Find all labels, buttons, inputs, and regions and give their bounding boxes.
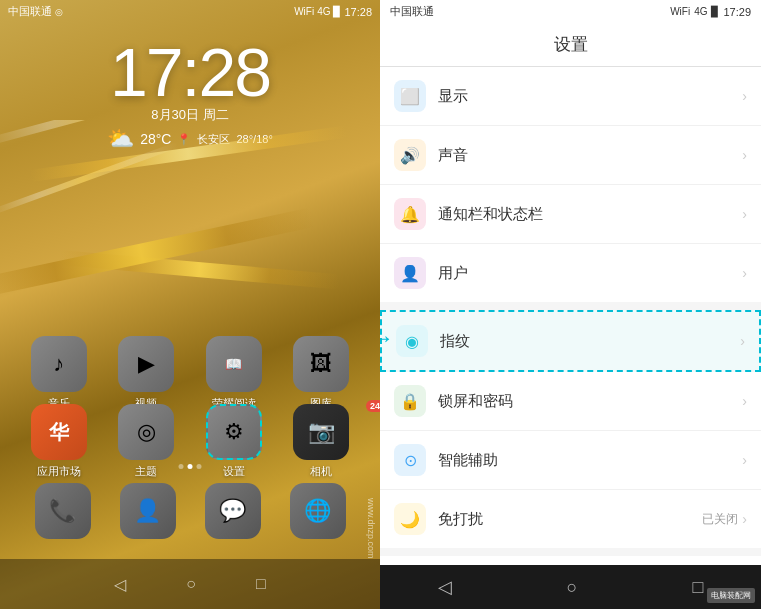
app-camera[interactable]: 📷 相机 xyxy=(283,404,361,479)
theme-icon: ◎ xyxy=(118,404,174,460)
lockscreen-icon: 🔒 xyxy=(394,385,426,417)
left-nav-bar: ◁ ○ □ xyxy=(0,559,380,609)
watermark: www.dnzp.com xyxy=(366,498,376,559)
app-settings[interactable]: ⚙ 设置 xyxy=(195,404,273,479)
settings-icon: ⚙ xyxy=(206,404,262,460)
battery-icon: ▉ xyxy=(333,6,341,17)
settings-item-dnd[interactable]: 🌙 免打扰 已关闭 › xyxy=(380,490,761,548)
right-status-icons: WiFi 4G ▉ 17:29 xyxy=(670,6,751,18)
right-time: 17:29 xyxy=(723,6,751,18)
gallery-icon: 🖼 xyxy=(293,336,349,392)
notification-label: 通知栏和状态栏 xyxy=(438,205,742,224)
theme-label: 主题 xyxy=(135,464,157,479)
page-indicators xyxy=(179,464,202,469)
left-carrier: 中国联通 ◎ xyxy=(8,4,63,19)
back-button[interactable]: ◁ xyxy=(114,575,126,594)
dock-contacts[interactable]: 👤 xyxy=(105,483,190,539)
settings-item-lockscreen[interactable]: 🔒 锁屏和密码 › xyxy=(380,372,761,431)
left-carrier-icon: ◎ xyxy=(55,7,63,17)
dnd-label: 免打扰 xyxy=(438,510,702,529)
chevron-lockscreen: › xyxy=(742,393,747,409)
arrow-indicator: → xyxy=(380,324,394,352)
settings-item-sound[interactable]: 🔊 声音 › xyxy=(380,126,761,185)
recent-button[interactable]: □ xyxy=(256,575,266,593)
app-grid-row1: ♪ 音乐 ▶ 视频 📖 荣耀阅读 🖼 图库 xyxy=(0,336,380,411)
sound-icon: 🔊 xyxy=(394,139,426,171)
dock-phone[interactable]: 📞 xyxy=(20,483,105,539)
browser-icon: 🌐 xyxy=(290,483,346,539)
settings-group-security: → ◉ 指纹 › 🔒 锁屏和密码 › ⊙ 智能辅助 › 🌙 免打扰 已关闭 › xyxy=(380,310,761,548)
chevron-user: › xyxy=(742,265,747,281)
settings-item-user[interactable]: 👤 用户 › xyxy=(380,244,761,302)
dot-1 xyxy=(179,464,184,469)
settings-group-display: ⬜ 显示 › 🔊 声音 › 🔔 通知栏和状态栏 › 👤 用户 › xyxy=(380,67,761,302)
user-label: 用户 xyxy=(438,264,742,283)
right-wifi-icon: WiFi xyxy=(670,6,690,17)
home-button[interactable]: ○ xyxy=(186,575,196,593)
settings-item-assist[interactable]: ⊙ 智能辅助 › xyxy=(380,431,761,490)
brand-watermark: 电脑装配网 xyxy=(707,588,755,603)
market-icon: 华 xyxy=(31,404,87,460)
settings-item-display[interactable]: ⬜ 显示 › xyxy=(380,67,761,126)
right-signal-icon: 4G xyxy=(694,6,707,17)
display-icon: ⬜ xyxy=(394,80,426,112)
chevron-dnd: › xyxy=(742,511,747,527)
messages-icon: 💬 xyxy=(205,483,261,539)
dnd-value: 已关闭 xyxy=(702,511,738,528)
chevron-sound: › xyxy=(742,147,747,163)
assist-icon: ⊙ xyxy=(394,444,426,476)
chevron-display: › xyxy=(742,88,747,104)
assist-label: 智能辅助 xyxy=(438,451,742,470)
right-panel: 中国联通 WiFi 4G ▉ 17:29 设置 ⬜ 显示 › 🔊 声音 › 🔔 xyxy=(380,0,761,609)
right-recent-button[interactable]: □ xyxy=(693,577,704,598)
settings-group-account: 华 华为帐号 › ☁ 云服务 › xyxy=(380,556,761,565)
notification-icon: 🔔 xyxy=(394,198,426,230)
contacts-icon: 👤 xyxy=(120,483,176,539)
reading-icon: 📖 xyxy=(206,336,262,392)
user-icon: 👤 xyxy=(394,257,426,289)
fingerprint-icon: ◉ xyxy=(396,325,428,357)
left-carrier-text: 中国联通 xyxy=(8,4,52,19)
chevron-assist: › xyxy=(742,452,747,468)
left-panel: 中国联通 ◎ WiFi 4G ▉ 17:28 17:28 8月30日 周二 ⛅ … xyxy=(0,0,380,609)
right-battery-icon: ▉ xyxy=(711,6,719,17)
settings-title: 设置 xyxy=(380,23,761,67)
clock-time: 17:28 xyxy=(0,33,380,111)
dock: 📞 👤 💬 🌐 xyxy=(0,483,380,539)
right-back-button[interactable]: ◁ xyxy=(438,576,452,598)
chevron-notification: › xyxy=(742,206,747,222)
display-label: 显示 xyxy=(438,87,742,106)
settings-list: ⬜ 显示 › 🔊 声音 › 🔔 通知栏和状态栏 › 👤 用户 › xyxy=(380,67,761,565)
right-home-button[interactable]: ○ xyxy=(567,577,578,598)
camera-icon: 📷 xyxy=(293,404,349,460)
market-label: 应用市场 xyxy=(37,464,81,479)
music-icon: ♪ xyxy=(31,336,87,392)
signal-icon: 4G xyxy=(317,6,330,17)
settings-item-fingerprint[interactable]: ◉ 指纹 › xyxy=(380,310,761,372)
sound-label: 声音 xyxy=(438,146,742,165)
app-theme[interactable]: ◎ 主题 xyxy=(108,404,186,479)
app-gallery[interactable]: 🖼 图库 xyxy=(283,336,361,411)
market-badge: 24 xyxy=(366,400,380,412)
app-video[interactable]: ▶ 视频 xyxy=(108,336,186,411)
fingerprint-label: 指纹 xyxy=(440,332,740,351)
dnd-icon: 🌙 xyxy=(394,503,426,535)
settings-item-huawei-account[interactable]: 华 华为帐号 › xyxy=(380,556,761,565)
right-carrier-text: 中国联通 xyxy=(390,4,434,19)
right-nav-bar: ◁ ○ □ 电脑装配网 xyxy=(380,565,761,609)
right-status-bar: 中国联通 WiFi 4G ▉ 17:29 xyxy=(380,0,761,23)
time-display: 17:28 xyxy=(344,6,372,18)
app-market[interactable]: 华 24 应用市场 xyxy=(20,404,98,479)
camera-label: 相机 xyxy=(310,464,332,479)
lockscreen-label: 锁屏和密码 xyxy=(438,392,742,411)
chevron-fingerprint: › xyxy=(740,333,745,349)
left-status-bar: 中国联通 ◎ WiFi 4G ▉ 17:28 xyxy=(0,0,380,23)
settings-label: 设置 xyxy=(223,464,245,479)
dock-browser[interactable]: 🌐 xyxy=(275,483,360,539)
app-music[interactable]: ♪ 音乐 xyxy=(20,336,98,411)
left-status-icons: WiFi 4G ▉ 17:28 xyxy=(294,6,372,18)
app-reading[interactable]: 📖 荣耀阅读 xyxy=(195,336,273,411)
dock-messages[interactable]: 💬 xyxy=(190,483,275,539)
settings-item-notification[interactable]: 🔔 通知栏和状态栏 › xyxy=(380,185,761,244)
dot-3 xyxy=(197,464,202,469)
